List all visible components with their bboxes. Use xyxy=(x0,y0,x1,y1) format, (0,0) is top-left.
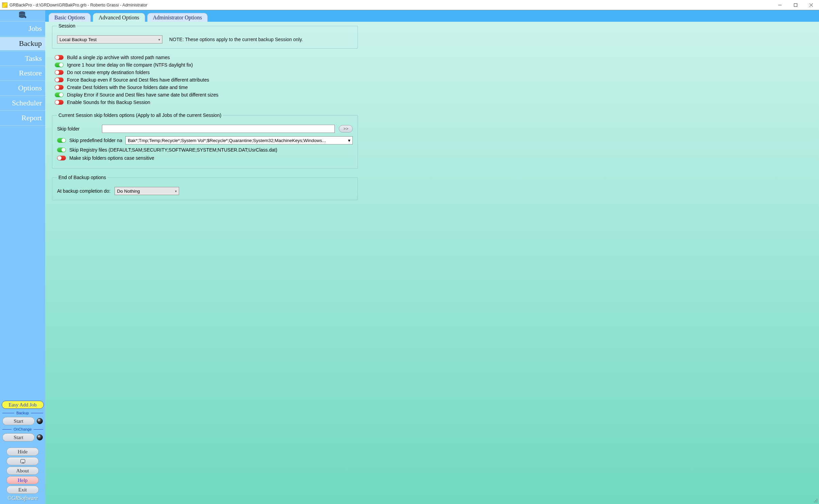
option-toggle-row: Build a single zip archive with stored p… xyxy=(55,55,358,60)
end-legend: End of Backup options xyxy=(57,175,107,180)
session-legend: Session xyxy=(57,23,77,29)
help-button[interactable]: Help xyxy=(6,476,39,484)
maximize-button[interactable] xyxy=(788,0,803,10)
sidebar: Jobs Backup Tasks Restore Options Schedu… xyxy=(0,10,45,504)
tab-advanced-options[interactable]: Advanced Options xyxy=(93,13,145,22)
svg-rect-4 xyxy=(817,499,817,500)
option-toggle-2[interactable] xyxy=(55,70,64,75)
app-icon xyxy=(2,2,7,8)
option-toggle-row: Do not create empty destination folders xyxy=(55,70,358,75)
skip-case-sensitive-label: Make skip folders options case sensitive xyxy=(69,155,154,161)
skip-folder-input[interactable] xyxy=(102,125,335,133)
close-button[interactable] xyxy=(803,0,819,10)
svg-rect-0 xyxy=(794,3,797,6)
sidebar-item-jobs[interactable]: Jobs xyxy=(0,22,45,35)
option-toggle-label: Do not create empty destination folders xyxy=(67,70,150,75)
onchange-status-indicator xyxy=(37,434,43,440)
backup-separator: Backup xyxy=(2,411,43,415)
database-icon xyxy=(19,11,27,20)
svg-rect-9 xyxy=(814,502,815,502)
main-panel: Basic Options Advanced Options Administr… xyxy=(45,10,819,504)
chevron-down-icon: ▾ xyxy=(348,138,350,143)
option-toggles: Build a single zip archive with stored p… xyxy=(52,55,358,105)
skip-folder-browse-button[interactable]: >> xyxy=(339,125,353,133)
skip-predefined-select[interactable]: Bak*;Tmp;Temp;Recycle*;System Vol*;$Recy… xyxy=(125,136,353,144)
skip-predefined-toggle[interactable] xyxy=(57,138,66,143)
end-of-backup-group: End of Backup options At backup completi… xyxy=(52,175,358,200)
session-select[interactable]: Local Backup Test ▾ xyxy=(57,35,162,44)
svg-rect-5 xyxy=(817,500,817,501)
skip-group: Current Session skip folders options (Ap… xyxy=(52,112,358,169)
completion-select-value: Do Nothing xyxy=(117,189,140,194)
skip-case-sensitive-toggle[interactable] xyxy=(57,156,66,160)
skip-legend: Current Session skip folders options (Ap… xyxy=(57,112,223,118)
option-toggle-4[interactable] xyxy=(55,85,64,90)
chevron-down-icon: ▾ xyxy=(175,189,177,193)
option-toggle-row: Create Dest folders with the Source fold… xyxy=(55,85,358,90)
sidebar-item-tasks[interactable]: Tasks xyxy=(0,52,45,65)
option-toggle-label: Create Dest folders with the Source fold… xyxy=(67,85,188,90)
option-toggle-label: Ignore 1 hour time delay on file compare… xyxy=(67,62,193,68)
tab-strip: Basic Options Advanced Options Administr… xyxy=(45,10,819,22)
option-toggle-label: Display Error if Source and Dest files h… xyxy=(67,92,219,98)
option-toggle-0[interactable] xyxy=(55,55,64,60)
option-toggle-label: Enable Sounds for this Backup Session xyxy=(67,100,150,105)
brand-label: ©GRSoftware xyxy=(0,495,45,501)
option-toggle-row: Enable Sounds for this Backup Session xyxy=(55,100,358,105)
skip-folder-label: Skip folder xyxy=(57,126,98,132)
session-select-value: Local Backup Test xyxy=(59,37,97,42)
svg-rect-6 xyxy=(815,500,816,501)
session-note: NOTE: These options apply to the current… xyxy=(169,37,303,42)
svg-rect-7 xyxy=(817,502,817,502)
sidebar-item-report[interactable]: Report xyxy=(0,111,45,125)
tab-administrator-options[interactable]: Administrator Options xyxy=(147,13,208,22)
easy-add-job-button[interactable]: Easy Add Job xyxy=(2,401,44,409)
resize-grip[interactable] xyxy=(813,498,818,503)
skip-predefined-value: Bak*;Tmp;Temp;Recycle*;System Vol*;$Recy… xyxy=(128,138,326,143)
onchange-separator: OnChange xyxy=(2,427,43,431)
completion-label: At backup completion do: xyxy=(57,188,110,194)
start-backup-button[interactable]: Start xyxy=(2,417,35,425)
minimize-button[interactable] xyxy=(772,0,788,10)
svg-rect-8 xyxy=(815,502,816,502)
hide-button[interactable]: Hide xyxy=(6,448,39,456)
option-toggle-6[interactable] xyxy=(55,100,64,105)
completion-select[interactable]: Do Nothing ▾ xyxy=(115,187,179,195)
window-title: GRBackPro - d:\GRDown\GRBakPro.grb - Rob… xyxy=(10,3,147,7)
skip-registry-toggle[interactable] xyxy=(57,147,66,152)
exit-button[interactable]: Exit xyxy=(6,486,39,494)
notifications-button[interactable] xyxy=(6,457,39,465)
sidebar-item-restore[interactable]: Restore xyxy=(0,67,45,80)
sidebar-item-options[interactable]: Options xyxy=(0,82,45,95)
skip-registry-label: Skip Registry files (DEFAULT;SAM;SECURIT… xyxy=(69,147,277,153)
option-toggle-5[interactable] xyxy=(55,92,64,97)
option-toggle-label: Build a single zip archive with stored p… xyxy=(67,55,170,60)
sidebar-nav: Jobs Backup Tasks Restore Options Schedu… xyxy=(0,20,45,126)
skip-predefined-label: Skip predefined folder names xyxy=(69,138,122,143)
option-toggle-row: Force Backup even if Source and Dest fil… xyxy=(55,77,358,83)
option-toggle-label: Force Backup even if Source and Dest fil… xyxy=(67,77,209,83)
chevron-down-icon: ▾ xyxy=(158,38,160,41)
session-group: Session Local Backup Test ▾ NOTE: These … xyxy=(52,23,358,49)
option-toggle-row: Display Error if Source and Dest files h… xyxy=(55,92,358,98)
tab-content: Session Local Backup Test ▾ NOTE: These … xyxy=(45,22,819,504)
option-toggle-row: Ignore 1 hour time delay on file compare… xyxy=(55,62,358,68)
tab-basic-options[interactable]: Basic Options xyxy=(49,13,91,22)
option-toggle-3[interactable] xyxy=(55,77,64,82)
option-toggle-1[interactable] xyxy=(55,63,64,67)
backup-status-indicator xyxy=(37,418,43,424)
sidebar-item-backup[interactable]: Backup xyxy=(0,37,45,50)
titlebar: GRBackPro - d:\GRDown\GRBakPro.grb - Rob… xyxy=(0,0,819,10)
sidebar-item-scheduler[interactable]: Scheduler xyxy=(0,97,45,110)
speech-bubble-icon xyxy=(20,459,25,463)
about-button[interactable]: About xyxy=(6,467,39,475)
start-onchange-button[interactable]: Start xyxy=(2,433,35,441)
